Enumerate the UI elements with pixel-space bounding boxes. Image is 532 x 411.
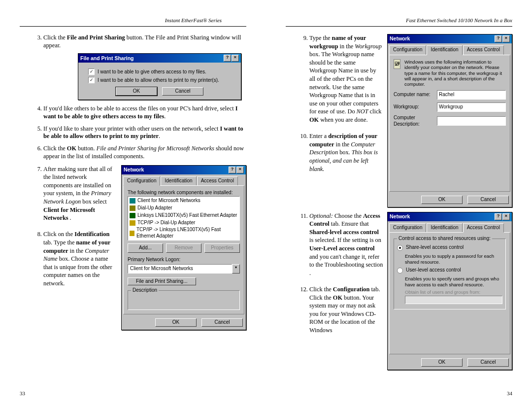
tab-configuration[interactable]: Configuration xyxy=(389,223,426,233)
ok-button[interactable]: OK xyxy=(116,87,157,96)
client-icon xyxy=(130,198,135,204)
step-4: If you'd like others to be able to acces… xyxy=(43,105,246,120)
close-icon[interactable]: × xyxy=(502,35,510,42)
cancel-button[interactable]: Cancel xyxy=(467,196,509,204)
help-icon[interactable]: ? xyxy=(495,35,502,42)
header-right: Fast Ethernet Switched 10/100 Network In… xyxy=(286,17,512,23)
ok-button[interactable]: OK xyxy=(421,358,463,367)
titlebar: File and Print Sharing ? × xyxy=(78,54,241,63)
file-print-sharing-dialog: File and Print Sharing ? × ✓I want to be… xyxy=(78,53,241,100)
rule xyxy=(20,26,246,27)
network-config-dialog: Network ?× Configuration Identification … xyxy=(121,165,246,331)
properties-button[interactable]: Properties xyxy=(204,243,240,253)
checkbox-share-files[interactable]: ✓I want to be able to give others access… xyxy=(88,68,237,75)
step-7: After making sure that all of the listed… xyxy=(43,165,246,331)
cancel-button[interactable]: Cancel xyxy=(162,87,203,96)
tab-access-control[interactable]: Access Control xyxy=(463,223,504,233)
computer-name-field[interactable]: Rachel xyxy=(437,90,506,100)
step-3: Click the File and Print Sharing button.… xyxy=(43,34,246,100)
page-33: Instant EtherFast® Series Click the File… xyxy=(0,0,266,411)
network-identification-dialog: Network ?× Configuration Identification … xyxy=(387,34,512,207)
help-icon[interactable]: ? xyxy=(229,167,236,173)
check-icon: ✓ xyxy=(88,77,95,83)
user-source-field xyxy=(405,296,502,304)
tab-access-control[interactable]: Access Control xyxy=(463,45,504,55)
protocol-icon xyxy=(130,231,134,236)
close-icon[interactable]: × xyxy=(502,213,510,220)
ok-button[interactable]: OK xyxy=(421,196,463,204)
tab-identification[interactable]: Identification xyxy=(161,176,196,186)
page-number: 34 xyxy=(507,390,512,396)
chevron-down-icon[interactable]: ▾ xyxy=(232,264,240,274)
radio-share-level[interactable]: Share-level access control xyxy=(397,244,502,251)
step-5: If you'd like to share your printer with… xyxy=(43,125,246,140)
remove-button[interactable]: Remove xyxy=(166,243,201,253)
protocol-icon xyxy=(130,220,135,226)
tab-configuration[interactable]: Configuration xyxy=(123,176,160,186)
help-icon[interactable]: ? xyxy=(224,55,231,62)
add-button[interactable]: Add... xyxy=(128,243,163,253)
page-34: Fast Ethernet Switched 10/100 Network In… xyxy=(266,0,532,411)
description-field[interactable] xyxy=(437,116,506,126)
network-access-control-dialog: Network ?× Configuration Identification … xyxy=(387,212,512,371)
checkbox-share-printer[interactable]: ✓I want to be able to allow others to pr… xyxy=(88,77,237,83)
radio-icon xyxy=(397,245,403,251)
instruction-list: Click the File and Print Sharing button.… xyxy=(20,34,246,330)
file-print-sharing-button[interactable]: File and Print Sharing... xyxy=(128,277,196,286)
step-6: Click the OK button. File and Printer Sh… xyxy=(43,145,246,160)
adapter-icon xyxy=(130,206,135,211)
tab-identification[interactable]: Identification xyxy=(427,223,462,233)
help-icon[interactable]: ? xyxy=(495,213,502,220)
close-icon[interactable]: × xyxy=(236,167,244,173)
cancel-button[interactable]: Cancel xyxy=(201,318,243,327)
ok-button[interactable]: OK xyxy=(155,318,197,327)
header-left: Instant EtherFast® Series xyxy=(20,17,246,23)
adapter-icon xyxy=(130,213,135,218)
components-listbox[interactable]: Client for Microsoft Networks Dial-Up Ad… xyxy=(128,196,240,240)
tab-identification[interactable]: Identification xyxy=(427,45,462,55)
radio-user-level[interactable]: User-level access control xyxy=(397,267,502,274)
close-icon[interactable]: × xyxy=(232,55,239,62)
tab-access-control[interactable]: Access Control xyxy=(197,176,238,186)
step-9: Type the name of your workgroup in the W… xyxy=(309,34,512,207)
page-number: 33 xyxy=(20,390,25,396)
step-11: Optional: Choose the Access Control tab.… xyxy=(309,212,512,371)
primary-logon-combo[interactable]: Client for Microsoft Networks ▾ xyxy=(128,264,240,274)
workgroup-field[interactable]: Workgroup xyxy=(437,103,506,112)
cancel-button[interactable]: Cancel xyxy=(467,358,509,367)
tab-configuration[interactable]: Configuration xyxy=(389,45,426,55)
computer-icon: 🖳 xyxy=(394,59,400,69)
radio-icon xyxy=(397,268,403,274)
check-icon: ✓ xyxy=(88,68,95,75)
instruction-list: Type the name of your workgroup in the W… xyxy=(286,34,512,370)
